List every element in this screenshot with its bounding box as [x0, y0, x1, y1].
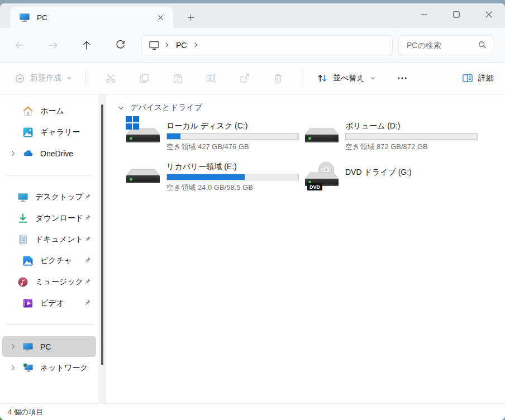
sidebar-item-music[interactable]: ミュージック — [2, 271, 96, 292]
delete-icon[interactable] — [267, 67, 289, 89]
pin-icon — [83, 256, 92, 265]
share-icon[interactable] — [234, 67, 256, 89]
details-view-button[interactable]: 詳細 — [460, 73, 496, 84]
breadcrumb-chevron-icon[interactable] — [189, 42, 203, 48]
sidebar-item-label: ネットワーク — [40, 363, 88, 373]
windows-logo-icon — [126, 116, 139, 130]
sidebar-item-pc[interactable]: PC — [2, 336, 96, 357]
breadcrumb-chevron-icon — [160, 42, 174, 48]
sidebar-item-gallery[interactable]: ギャラリー — [2, 122, 96, 142]
sidebar-item-home[interactable]: ホーム — [2, 101, 96, 121]
home-icon — [22, 106, 34, 117]
navigation-pane: ホーム ギャラリー OneDrive — [0, 94, 98, 403]
sidebar-item-documents[interactable]: ドキュメント — [2, 229, 96, 250]
expand-chevron-icon[interactable] — [7, 364, 19, 371]
item-count-label: 4 個の項目 — [8, 407, 43, 417]
new-tab-button[interactable] — [181, 9, 200, 26]
capacity-bar — [345, 133, 478, 140]
tab-pc[interactable]: PC — [10, 7, 173, 28]
capacity-bar-fill — [167, 133, 180, 139]
sidebar-item-downloads[interactable]: ダウンロード — [2, 208, 96, 228]
expand-chevron-icon[interactable] — [7, 150, 19, 157]
free-space-label: 空き領域 24.0 GB/58.5 GB — [166, 183, 299, 193]
toolbar-divider — [303, 71, 303, 85]
sort-button-label: 並べ替え — [333, 73, 365, 83]
details-pane-icon — [462, 73, 473, 84]
desktop-icon — [17, 192, 28, 203]
rename-icon[interactable] — [200, 67, 222, 89]
search-box[interactable] — [398, 35, 493, 55]
address-pc-icon — [149, 40, 160, 51]
sidebar-item-label: ホーム — [40, 106, 64, 116]
search-icon — [478, 40, 487, 50]
free-space-label: 空き領域 872 GB/872 GB — [345, 142, 478, 152]
scrollbar-thumb[interactable] — [101, 104, 103, 365]
sidebar-item-pictures[interactable]: ピクチャ — [2, 250, 96, 271]
drive-name: ローカル ディスク (C:) — [166, 120, 299, 131]
drive-icon — [125, 162, 161, 191]
sort-button[interactable]: 並べ替え — [313, 73, 379, 84]
refresh-icon[interactable] — [108, 35, 132, 55]
minimize-button[interactable] — [408, 3, 440, 26]
section-devices-and-drives[interactable]: デバイスとドライブ — [117, 102, 505, 113]
drive-tile-g-dvd[interactable]: DVD DVD ドライブ (G:) — [304, 161, 483, 194]
sidebar-item-network[interactable]: ネットワーク — [2, 357, 96, 378]
plus-circle-icon — [15, 73, 25, 84]
address-bar[interactable]: PC — [141, 35, 393, 55]
sidebar-divider — [6, 175, 93, 175]
system-drive-icon — [125, 121, 161, 150]
dvd-badge-label: DVD — [309, 184, 321, 190]
pc-icon — [22, 341, 34, 352]
details-button-label: 詳細 — [478, 73, 494, 83]
new-button-label: 新規作成 — [30, 73, 61, 83]
gallery-icon — [22, 127, 34, 138]
collapse-chevron-icon[interactable] — [117, 104, 125, 112]
sidebar-item-desktop[interactable]: デスクトップ — [2, 187, 96, 207]
drive-name: ボリューム (D:) — [345, 120, 478, 131]
maximize-button[interactable] — [440, 3, 473, 26]
drive-tile-e[interactable]: リカバリー領域 (E:) 空き領域 24.0 GB/58.5 GB — [125, 161, 304, 194]
close-button[interactable] — [473, 3, 505, 26]
sidebar-item-label: ドキュメント — [35, 235, 83, 245]
dvd-drive-icon: DVD — [304, 162, 340, 191]
drives-grid: ローカル ディスク (C:) 空き領域 427 GB/476 GB ボリューム … — [125, 120, 505, 194]
drive-name: DVD ドライブ (G:) — [345, 166, 478, 178]
drive-tile-d[interactable]: ボリューム (D:) 空き領域 872 GB/872 GB — [304, 120, 483, 154]
up-icon[interactable] — [74, 35, 99, 55]
content-area: デバイスとドライブ ローカル ディスク (C:) 空き領域 427 GB/476… — [106, 94, 505, 403]
more-options-icon[interactable] — [392, 68, 412, 88]
free-space-label: 空き領域 427 GB/476 GB — [166, 142, 299, 152]
search-input[interactable] — [401, 41, 478, 50]
drive-tile-c[interactable]: ローカル ディスク (C:) 空き領域 427 GB/476 GB — [125, 120, 304, 154]
capacity-bar-fill — [167, 174, 245, 180]
expand-chevron-icon[interactable] — [7, 343, 19, 350]
sidebar-item-onedrive[interactable]: OneDrive — [2, 143, 96, 164]
forward-icon[interactable] — [41, 35, 65, 55]
capacity-bar — [166, 133, 299, 140]
cut-icon[interactable] — [99, 67, 122, 89]
breadcrumb-pc[interactable]: PC — [174, 41, 189, 50]
tab-close-icon[interactable] — [153, 10, 168, 25]
sidebar-item-label: ダウンロード — [35, 213, 83, 223]
onedrive-icon — [22, 148, 34, 159]
explorer-window: PC — [0, 3, 505, 420]
document-icon — [17, 234, 28, 245]
navigation-bar: PC — [0, 28, 505, 63]
copy-icon[interactable] — [133, 67, 155, 89]
new-button[interactable]: 新規作成 — [9, 73, 78, 84]
network-icon — [22, 362, 34, 374]
chevron-down-icon — [370, 75, 375, 81]
sidebar-divider — [6, 324, 93, 325]
section-title: デバイスとドライブ — [130, 103, 202, 113]
pin-icon — [83, 214, 92, 222]
sidebar-scrollbar[interactable] — [98, 94, 106, 403]
capacity-bar — [166, 174, 299, 180]
pin-icon — [83, 278, 92, 286]
toolbar-divider — [85, 71, 86, 85]
sidebar-item-videos[interactable]: ビデオ — [2, 293, 96, 313]
sidebar-item-label: ピクチャ — [40, 256, 72, 266]
back-icon[interactable] — [7, 35, 32, 55]
music-icon — [17, 276, 28, 288]
paste-icon[interactable] — [166, 67, 189, 89]
sidebar-item-label: ビデオ — [40, 298, 64, 308]
